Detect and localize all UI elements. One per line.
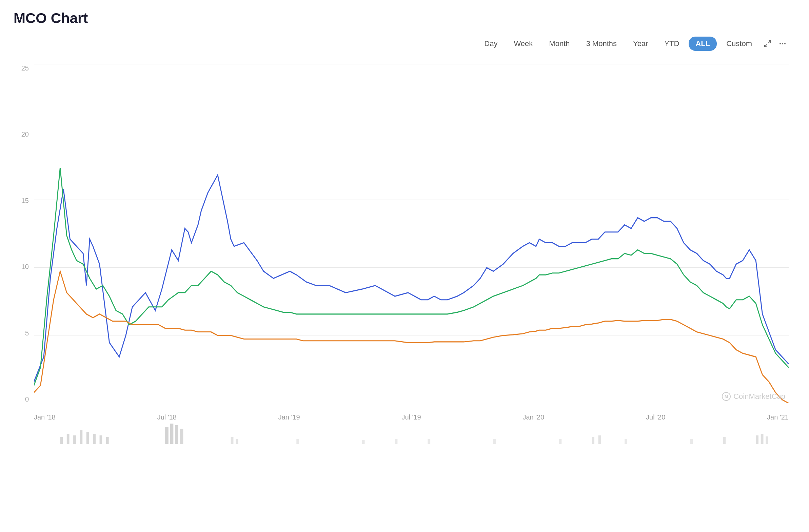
svg-rect-32 <box>761 434 763 444</box>
chart-svg <box>34 65 789 403</box>
svg-rect-12 <box>100 436 102 444</box>
y-label-25: 25 <box>14 65 32 72</box>
btn-year[interactable]: Year <box>626 37 655 51</box>
btn-3months[interactable]: 3 Months <box>579 37 623 51</box>
toolbar: Day Week Month 3 Months Year YTD ALL Cus… <box>14 37 795 51</box>
svg-rect-26 <box>592 437 595 444</box>
svg-text:M: M <box>725 394 728 399</box>
svg-point-4 <box>784 43 786 45</box>
svg-rect-19 <box>236 439 238 444</box>
svg-point-3 <box>782 43 783 45</box>
y-label-5: 5 <box>14 330 32 337</box>
svg-rect-27 <box>599 436 601 444</box>
btn-all[interactable]: ALL <box>689 37 717 51</box>
orange-line <box>34 271 789 403</box>
svg-point-2 <box>779 43 781 45</box>
fullscreen-icon[interactable] <box>761 38 774 50</box>
svg-rect-8 <box>73 436 76 444</box>
y-label-10: 10 <box>14 263 32 271</box>
svg-rect-24 <box>493 439 496 444</box>
svg-line-1 <box>764 45 767 47</box>
svg-rect-13 <box>106 437 109 444</box>
svg-rect-6 <box>60 437 63 444</box>
y-label-15: 15 <box>14 197 32 205</box>
svg-rect-5 <box>34 65 789 403</box>
watermark-text: CoinMarketCap <box>734 392 785 401</box>
svg-rect-16 <box>175 425 178 444</box>
svg-rect-31 <box>756 436 758 444</box>
svg-rect-29 <box>690 439 693 444</box>
watermark: M CoinMarketCap <box>721 391 785 402</box>
btn-custom[interactable]: Custom <box>720 37 759 51</box>
svg-rect-28 <box>624 439 627 444</box>
y-label-20: 20 <box>14 130 32 138</box>
svg-rect-14 <box>165 427 169 444</box>
btn-week[interactable]: Week <box>507 37 539 51</box>
btn-day[interactable]: Day <box>477 37 504 51</box>
svg-rect-7 <box>67 434 69 444</box>
chart-area <box>34 65 789 403</box>
svg-rect-10 <box>86 432 89 444</box>
svg-line-0 <box>768 41 771 43</box>
green-line <box>34 168 789 385</box>
volume-svg <box>34 417 789 444</box>
svg-rect-18 <box>231 437 234 444</box>
svg-rect-17 <box>180 429 184 444</box>
svg-rect-33 <box>765 437 768 444</box>
svg-rect-25 <box>559 439 562 444</box>
svg-rect-30 <box>723 437 726 444</box>
y-label-0: 0 <box>14 395 32 403</box>
page-title: MCO Chart <box>14 10 795 26</box>
blue-line <box>34 175 789 382</box>
svg-rect-15 <box>170 424 174 444</box>
svg-rect-20 <box>296 439 299 444</box>
volume-area <box>34 417 789 444</box>
svg-rect-9 <box>80 430 82 444</box>
svg-rect-21 <box>362 440 365 444</box>
chart-container: Day Week Month 3 Months Year YTD ALL Cus… <box>14 37 795 464</box>
chart-wrapper: 0 5 10 15 20 25 <box>14 58 795 464</box>
cmc-logo-icon: M <box>721 391 731 402</box>
btn-ytd[interactable]: YTD <box>657 37 686 51</box>
btn-month[interactable]: Month <box>542 37 576 51</box>
svg-rect-11 <box>93 434 96 444</box>
svg-rect-22 <box>395 439 398 444</box>
more-options-icon[interactable] <box>776 38 789 50</box>
svg-rect-23 <box>428 439 430 444</box>
y-axis: 0 5 10 15 20 25 <box>14 65 32 403</box>
